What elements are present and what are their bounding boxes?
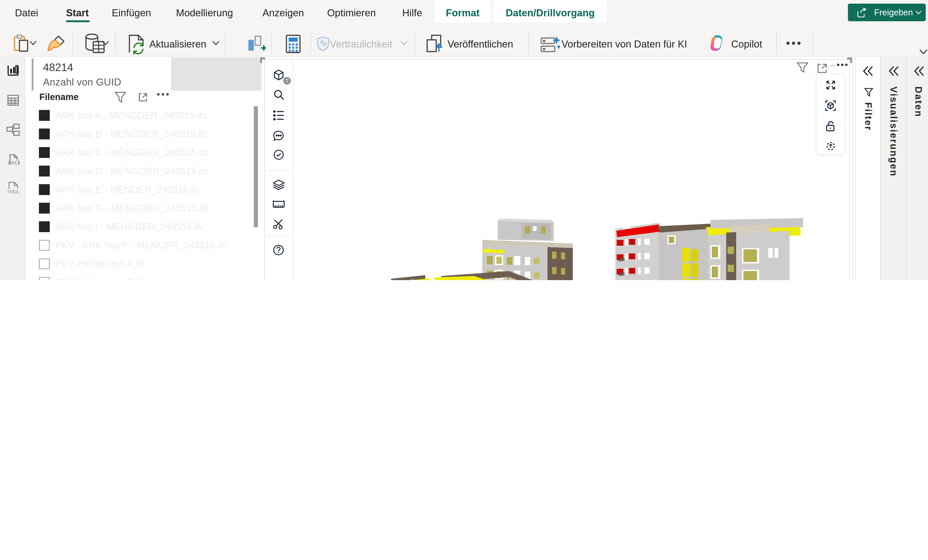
svg-text:TMDL: TMDL (7, 189, 20, 194)
svg-text:DAX: DAX (8, 160, 17, 165)
